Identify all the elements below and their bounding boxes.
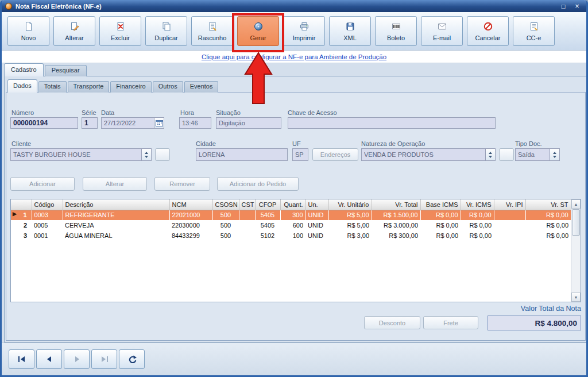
spinner-icon[interactable]	[141, 149, 151, 160]
header-cst[interactable]: CST	[239, 199, 255, 210]
hora-field[interactable]: 13:46	[179, 117, 211, 129]
cell-csosn: 500	[212, 220, 239, 230]
situacao-label: Situação	[216, 109, 241, 116]
header-cfop[interactable]: CFOP	[255, 199, 280, 210]
next-record-button[interactable]	[64, 349, 90, 369]
cce-button[interactable]: CC-e	[513, 16, 555, 46]
table-row[interactable]: 20005CERVEJA220300005005405600UNIDR$ 5,0…	[11, 220, 571, 230]
gerar-button[interactable]: Gerar	[237, 16, 279, 46]
barcode-icon	[391, 21, 401, 33]
cell-vr_ipi	[494, 220, 525, 230]
dados-page: Número Série Data Hora Situação Chave de…	[6, 92, 586, 341]
enderecos-button[interactable]: Endereços	[312, 148, 358, 161]
table-row[interactable]: ▶10003REFRIGERANTE220210005005405300UNID…	[11, 210, 571, 220]
configure-production-link[interactable]: Clique aqui para configurar a NF-e para …	[202, 53, 386, 60]
refresh-button[interactable]	[119, 349, 145, 369]
tab-financeiro[interactable]: Financeiro	[110, 81, 151, 93]
cell-vr_unitario: R$ 5,00	[328, 220, 372, 230]
cell-quant: 600	[280, 220, 305, 230]
uf-field[interactable]: SP	[292, 148, 308, 161]
header-vr-icms[interactable]: Vr. ICMS	[461, 199, 494, 210]
natureza-lookup-button[interactable]	[499, 148, 514, 161]
close-icon[interactable]: ×	[571, 2, 583, 10]
cliente-lookup-button[interactable]	[155, 148, 170, 161]
numero-field[interactable]: 000000194	[10, 117, 78, 129]
chave-acesso-field	[288, 117, 496, 129]
tab-outros[interactable]: Outros	[153, 81, 183, 93]
cell-cfop: 5405	[255, 220, 280, 230]
cell-ncm: 84433299	[169, 230, 212, 241]
tab-pesquisar[interactable]: Pesquisar	[45, 65, 87, 76]
titlebar: Nota Fiscal Eletrônica (NF-e) □ ×	[2, 0, 586, 12]
xml-button[interactable]: XML	[329, 16, 371, 46]
tab-eventos[interactable]: Eventos	[184, 81, 219, 93]
data-field[interactable]: 27/12/2022	[101, 117, 164, 129]
tab-transporte[interactable]: Transporte	[68, 81, 110, 93]
scrollbar-down-button[interactable]: ▼	[571, 293, 581, 302]
novo-button[interactable]: Novo	[7, 16, 49, 46]
tipo-doc-combo[interactable]: Saída	[515, 148, 560, 161]
remover-item-button[interactable]: Remover	[154, 177, 210, 191]
header-quant[interactable]: Quant.	[280, 199, 305, 210]
adicionar-do-pedido-button[interactable]: Adicionar do Pedido	[217, 177, 299, 191]
xml-label: XML	[343, 34, 357, 41]
cell-csosn: 500	[212, 230, 239, 241]
draft-icon	[207, 21, 218, 33]
main-tabs: Cadastro Pesquisar	[4, 63, 88, 76]
calendar-button[interactable]	[154, 118, 164, 128]
tab-totais[interactable]: Totais	[38, 81, 67, 93]
header-vr-total[interactable]: Vr. Total	[372, 199, 420, 210]
header-base-icms[interactable]: Base ICMS	[420, 199, 461, 210]
tab-cadastro[interactable]: Cadastro	[4, 63, 44, 76]
frete-button[interactable]: Frete	[423, 316, 478, 329]
excluir-button[interactable]: Excluir	[99, 16, 141, 46]
header-descricao[interactable]: Descrição	[63, 199, 169, 210]
spinner-icon[interactable]	[485, 149, 495, 160]
imprimir-button[interactable]: Imprimir	[283, 16, 325, 46]
scrollbar-up-button[interactable]: ▲	[571, 199, 581, 209]
last-record-button[interactable]	[91, 349, 117, 369]
header-vr-ipi[interactable]: Vr. IPI	[494, 199, 525, 210]
maximize-icon[interactable]: □	[558, 2, 569, 10]
header-ncm[interactable]: NCM	[169, 199, 212, 210]
header-vr-st[interactable]: Vr. ST	[525, 199, 571, 210]
cidade-field[interactable]: LORENA	[196, 148, 288, 161]
items-grid: Código Descrição NCM CSOSN CST CFOP Quan…	[10, 199, 581, 302]
tab-dados[interactable]: Dados	[7, 79, 37, 93]
duplicar-button[interactable]: Duplicar	[145, 16, 187, 46]
cell-ncm: 22021000	[169, 210, 212, 220]
header-csosn[interactable]: CSOSN	[212, 199, 239, 210]
table-row[interactable]: 30001ÁGUA MINERAL844332995005102100UNIDR…	[11, 230, 571, 241]
alterar-button[interactable]: Alterar	[53, 16, 95, 46]
grid-scrollbar[interactable]: ▲ ▼	[571, 199, 581, 302]
spinner-icon[interactable]	[550, 149, 559, 160]
cidade-label: Cidade	[196, 140, 216, 147]
header-un[interactable]: Un.	[305, 199, 328, 210]
header-codigo[interactable]: Código	[32, 199, 63, 210]
rascunho-button[interactable]: Rascunho	[191, 16, 233, 46]
cell-base_icms: R$ 0,00	[420, 230, 461, 241]
data-label: Data	[101, 109, 114, 116]
previous-record-button[interactable]	[36, 349, 62, 369]
first-record-button[interactable]	[9, 349, 34, 369]
uf-label: UF	[292, 140, 301, 147]
desconto-button[interactable]: Desconto	[364, 316, 420, 329]
previous-record-icon	[45, 356, 54, 363]
cell-csosn: 500	[212, 210, 239, 220]
scrollbar-thumb[interactable]	[572, 209, 580, 236]
email-button[interactable]: E-mail	[421, 16, 463, 46]
cancelar-button[interactable]: Cancelar	[467, 16, 509, 46]
duplicate-icon	[161, 21, 172, 33]
boleto-button[interactable]: Boleto	[375, 16, 417, 46]
refresh-icon	[127, 355, 137, 363]
table-header-row: Código Descrição NCM CSOSN CST CFOP Quan…	[11, 199, 571, 210]
alterar-item-button[interactable]: Alterar	[83, 177, 147, 191]
header-vr-unitario[interactable]: Vr. Unitário	[328, 199, 372, 210]
natureza-combo[interactable]: VENDA DE PRODUTOS	[361, 148, 496, 161]
adicionar-item-button[interactable]: Adicionar	[10, 177, 75, 191]
record-navigator	[2, 343, 586, 375]
serie-field[interactable]: 1	[82, 117, 98, 129]
email-label: E-mail	[433, 34, 451, 41]
selected-row-arrow-icon: ▶	[13, 211, 17, 217]
cliente-combo[interactable]: TASTY BURGUER HOUSE	[10, 148, 152, 161]
